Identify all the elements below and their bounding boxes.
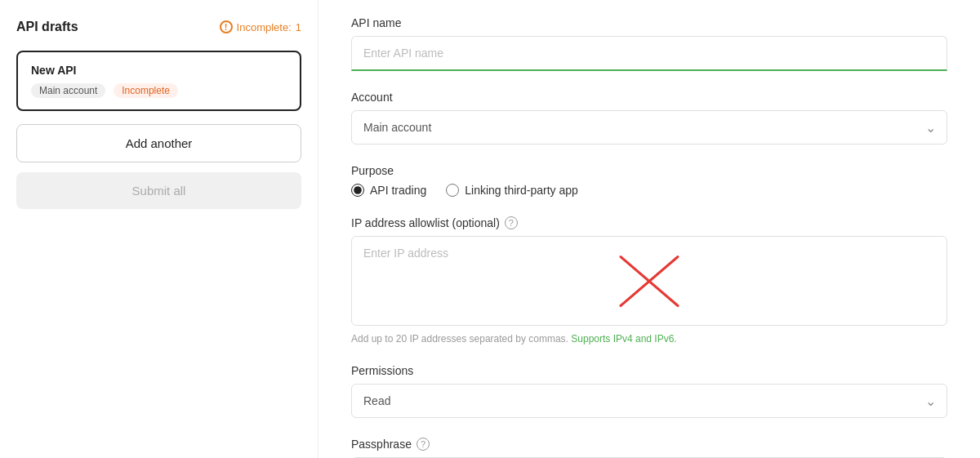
account-tag: Main account	[31, 83, 105, 98]
purpose-options: API trading Linking third-party app	[351, 184, 947, 197]
api-name-input[interactable]	[351, 36, 947, 71]
ip-address-textarea[interactable]	[351, 236, 947, 326]
left-panel: API drafts ! Incomplete: 1 New API Main …	[0, 0, 318, 458]
radio-api-trading-label: API trading	[370, 184, 426, 197]
status-tag: Incomplete	[114, 83, 178, 98]
submit-all-button: Submit all	[16, 172, 301, 209]
incomplete-label: Incomplete:	[237, 21, 292, 33]
purpose-label: Purpose	[351, 164, 947, 177]
ip-allowlist-group: IP address allowlist (optional) ? Add up…	[351, 216, 947, 345]
ip-textarea-wrapper	[351, 236, 947, 328]
api-card[interactable]: New API Main account Incomplete	[16, 51, 301, 111]
radio-api-trading[interactable]: API trading	[351, 184, 426, 197]
right-panel: API name Account Main account ⌄ Purpose …	[318, 0, 980, 458]
permissions-select-wrapper: Read Read/Write ⌄	[351, 384, 947, 418]
ip-hint-link[interactable]: Supports IPv4 and IPv6.	[571, 333, 676, 345]
account-label: Account	[351, 91, 947, 104]
ip-allowlist-label: IP address allowlist (optional) ?	[351, 216, 947, 229]
ip-help-icon[interactable]: ?	[505, 216, 518, 229]
passphrase-help-icon[interactable]: ?	[416, 438, 430, 451]
account-group: Account Main account ⌄	[351, 91, 947, 145]
incomplete-count: 1	[296, 21, 301, 33]
account-select[interactable]: Main account	[351, 110, 947, 145]
radio-api-trading-input[interactable]	[351, 184, 364, 197]
api-name-input-wrapper	[351, 36, 947, 71]
ip-hint: Add up to 20 IP addresses separated by c…	[351, 333, 947, 345]
api-name-group: API name	[351, 16, 947, 71]
radio-linking-input[interactable]	[446, 184, 459, 197]
api-name-label: API name	[351, 16, 947, 29]
add-another-button[interactable]: Add another	[16, 124, 301, 162]
panel-title: API drafts	[16, 20, 78, 34]
radio-linking-label: Linking third-party app	[465, 184, 578, 197]
passphrase-label: Passphrase ?	[351, 438, 947, 451]
panel-header: API drafts ! Incomplete: 1	[16, 20, 301, 34]
radio-linking[interactable]: Linking third-party app	[446, 184, 578, 197]
account-select-wrapper: Main account ⌄	[351, 110, 947, 145]
incomplete-badge: ! Incomplete: 1	[220, 20, 301, 33]
purpose-group: Purpose API trading Linking third-party …	[351, 164, 947, 197]
api-card-name: New API	[31, 64, 287, 77]
passphrase-group: Passphrase ?	[351, 438, 947, 458]
permissions-group: Permissions Read Read/Write ⌄	[351, 364, 947, 418]
incomplete-icon: !	[220, 20, 233, 33]
permissions-select[interactable]: Read Read/Write	[351, 384, 947, 418]
permissions-label: Permissions	[351, 364, 947, 377]
